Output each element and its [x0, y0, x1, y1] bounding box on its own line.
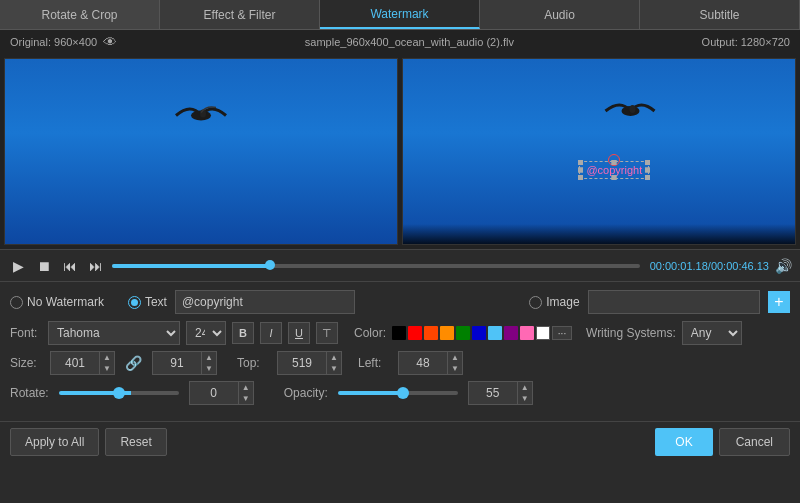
- text-radio[interactable]: [128, 296, 141, 309]
- opacity-value-input[interactable]: [468, 381, 518, 405]
- size-width-input[interactable]: [50, 351, 100, 375]
- rotate-down[interactable]: ▼: [239, 393, 253, 404]
- left-video-panel: [4, 58, 398, 245]
- swatch-orange[interactable]: [440, 326, 454, 340]
- next-frame-button[interactable]: ⏭: [86, 256, 106, 276]
- swatch-green[interactable]: [456, 326, 470, 340]
- prev-frame-button[interactable]: ⏮: [60, 256, 80, 276]
- bird-right: [603, 96, 658, 126]
- apply-to-all-button[interactable]: Apply to All: [10, 428, 99, 456]
- add-image-button[interactable]: +: [768, 291, 790, 313]
- ok-button[interactable]: OK: [655, 428, 712, 456]
- left-value-input[interactable]: [398, 351, 448, 375]
- watermark-box[interactable]: @copyright: [579, 161, 649, 179]
- color-swatches: ···: [392, 326, 572, 340]
- tab-effect-filter-label: Effect & Filter: [204, 8, 276, 22]
- link-icon[interactable]: 🔗: [123, 355, 144, 371]
- reset-button[interactable]: Reset: [105, 428, 166, 456]
- eye-icon[interactable]: 👁: [103, 34, 117, 50]
- play-button[interactable]: ▶: [8, 256, 28, 276]
- playback-bar: ▶ ⏹ ⏮ ⏭ 00:00:01.18/00:00:46.13 🔊: [0, 249, 800, 281]
- text-watermark-input[interactable]: [175, 290, 355, 314]
- swatch-orange-red[interactable]: [424, 326, 438, 340]
- video-info-bar: Original: 960×400 👁 sample_960x400_ocean…: [0, 30, 800, 54]
- size-pos-row: Size: ▲ ▼ 🔗 ▲ ▼ Top: ▲ ▼ Left:: [10, 351, 790, 375]
- left-down[interactable]: ▼: [448, 363, 462, 374]
- stop-button[interactable]: ⏹: [34, 256, 54, 276]
- no-watermark-radio[interactable]: [10, 296, 23, 309]
- image-label: Image: [546, 295, 579, 309]
- size-height-up[interactable]: ▲: [202, 352, 216, 363]
- wm-corner-br: [645, 175, 650, 180]
- opacity-slider[interactable]: [338, 391, 458, 395]
- strikethrough-button[interactable]: ⊤: [316, 322, 338, 344]
- top-up[interactable]: ▲: [327, 352, 341, 363]
- more-colors-button[interactable]: ···: [552, 326, 572, 340]
- tab-rotate-crop[interactable]: Rotate & Crop: [0, 0, 160, 29]
- rotate-opacity-row: Rotate: ▲ ▼ Opacity: ▲ ▼: [10, 381, 790, 405]
- left-label: Left:: [358, 356, 390, 370]
- rotate-slider[interactable]: [59, 391, 179, 395]
- time-total: 00:00:46.13: [711, 260, 769, 272]
- opacity-down[interactable]: ▼: [518, 393, 532, 404]
- swatch-blue[interactable]: [472, 326, 486, 340]
- swatch-light-blue[interactable]: [488, 326, 502, 340]
- opacity-value-group: ▲ ▼: [468, 381, 533, 405]
- time-current: 00:00:01.18: [650, 260, 708, 272]
- size-width-group: ▲ ▼: [50, 351, 115, 375]
- tab-subtitle-label: Subtitle: [699, 8, 739, 22]
- svg-point-3: [630, 105, 636, 113]
- bold-button[interactable]: B: [232, 322, 254, 344]
- top-label: Top:: [237, 356, 269, 370]
- swatch-white[interactable]: [536, 326, 550, 340]
- rotate-value-group: ▲ ▼: [189, 381, 254, 405]
- swatch-purple[interactable]: [504, 326, 518, 340]
- rotate-value-input[interactable]: [189, 381, 239, 405]
- opacity-slider-container: [338, 391, 458, 395]
- font-size-select[interactable]: 24 12 18 36: [186, 321, 226, 345]
- swatch-black[interactable]: [392, 326, 406, 340]
- underline-button[interactable]: U: [288, 322, 310, 344]
- controls-section: No Watermark Text Image + Font: Tahoma A…: [0, 281, 800, 421]
- wm-corner-bl: [578, 175, 583, 180]
- wm-corner-tr: [645, 160, 650, 165]
- progress-dot: [265, 260, 275, 270]
- swatch-red[interactable]: [408, 326, 422, 340]
- font-select[interactable]: Tahoma Arial Times New Roman: [48, 321, 180, 345]
- rotate-up[interactable]: ▲: [239, 382, 253, 393]
- tab-audio[interactable]: Audio: [480, 0, 640, 29]
- italic-button[interactable]: I: [260, 322, 282, 344]
- size-width-down[interactable]: ▼: [100, 363, 114, 374]
- writing-systems-select[interactable]: Any Latin: [682, 321, 742, 345]
- bird-left: [171, 97, 231, 132]
- left-up[interactable]: ▲: [448, 352, 462, 363]
- size-height-input[interactable]: [152, 351, 202, 375]
- size-width-up[interactable]: ▲: [100, 352, 114, 363]
- size-label: Size:: [10, 356, 42, 370]
- tab-subtitle[interactable]: Subtitle: [640, 0, 800, 29]
- top-spinners: ▲ ▼: [327, 351, 342, 375]
- bottom-row: Apply to All Reset OK Cancel: [0, 421, 800, 462]
- confirm-buttons: OK Cancel: [655, 428, 790, 456]
- image-path-input[interactable]: [588, 290, 760, 314]
- text-option[interactable]: Text: [128, 295, 167, 309]
- top-down[interactable]: ▼: [327, 363, 341, 374]
- size-height-down[interactable]: ▼: [202, 363, 216, 374]
- color-label: Color:: [354, 326, 386, 340]
- cancel-button[interactable]: Cancel: [719, 428, 790, 456]
- text-label: Text: [145, 295, 167, 309]
- tab-watermark[interactable]: Watermark: [320, 0, 480, 29]
- wm-corner-bm: [612, 175, 617, 180]
- wm-corner-tl: [578, 160, 583, 165]
- tab-watermark-label: Watermark: [370, 7, 428, 21]
- progress-bar[interactable]: [112, 264, 640, 268]
- opacity-up[interactable]: ▲: [518, 382, 532, 393]
- swatch-pink[interactable]: [520, 326, 534, 340]
- top-value-input[interactable]: [277, 351, 327, 375]
- image-option[interactable]: Image: [529, 295, 579, 309]
- size-height-spinners: ▲ ▼: [202, 351, 217, 375]
- volume-icon[interactable]: 🔊: [775, 258, 792, 274]
- tab-effect-filter[interactable]: Effect & Filter: [160, 0, 320, 29]
- no-watermark-option[interactable]: No Watermark: [10, 295, 104, 309]
- image-radio[interactable]: [529, 296, 542, 309]
